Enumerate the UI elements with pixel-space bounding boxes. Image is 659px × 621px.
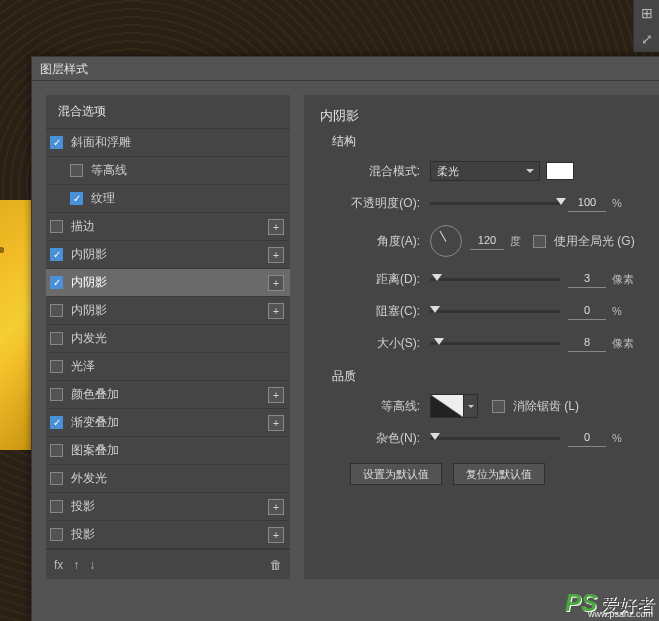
- trash-icon[interactable]: 🗑: [270, 558, 282, 572]
- set-default-button[interactable]: 设置为默认值: [350, 463, 442, 485]
- effect-label: 光泽: [71, 358, 95, 375]
- noise-slider[interactable]: [430, 437, 560, 440]
- effect-checkbox-texture[interactable]: [70, 192, 83, 205]
- effect-checkbox-inner-shadow-2[interactable]: [50, 276, 63, 289]
- noise-input[interactable]: 0: [568, 429, 606, 447]
- effect-item-inner-glow[interactable]: 内发光: [46, 325, 290, 353]
- noise-label: 杂色(N):: [340, 430, 430, 447]
- effect-label: 渐变叠加: [71, 414, 119, 431]
- effect-item-satin[interactable]: 光泽: [46, 353, 290, 381]
- add-effect-icon[interactable]: +: [268, 219, 284, 235]
- effect-item-inner-shadow-2[interactable]: 内阴影+: [46, 269, 290, 297]
- effect-label: 内发光: [71, 330, 107, 347]
- effect-item-pattern-overlay[interactable]: 图案叠加: [46, 437, 290, 465]
- effect-checkbox-pattern-overlay[interactable]: [50, 444, 63, 457]
- effects-footer: fx ↑ ↓ 🗑: [46, 549, 290, 579]
- effect-item-inner-shadow-3[interactable]: 内阴影+: [46, 297, 290, 325]
- effect-item-outer-glow[interactable]: 外发光: [46, 465, 290, 493]
- inner-shadow-panel: 内阴影 结构 混合模式: 柔光 不透明度(O): 100 % 角度(A): 1: [304, 95, 659, 579]
- toolbar-icon-2[interactable]: ⤢: [641, 31, 653, 47]
- antialias-checkbox[interactable]: [492, 400, 505, 413]
- blend-mode-dropdown[interactable]: 柔光: [430, 161, 540, 181]
- contour-picker[interactable]: [430, 394, 464, 418]
- effect-item-drop-shadow-1[interactable]: 投影+: [46, 493, 290, 521]
- reset-default-button[interactable]: 复位为默认值: [453, 463, 545, 485]
- size-label: 大小(S):: [340, 335, 430, 352]
- add-effect-icon[interactable]: +: [268, 527, 284, 543]
- effect-item-bevel[interactable]: 斜面和浮雕: [46, 129, 290, 157]
- angle-dial[interactable]: [430, 225, 462, 257]
- dialog-titlebar[interactable]: 图层样式: [32, 57, 659, 81]
- effect-label: 投影: [71, 526, 95, 543]
- fx-menu-button[interactable]: fx: [54, 558, 63, 572]
- effect-checkbox-drop-shadow-2[interactable]: [50, 528, 63, 541]
- antialias-label: 消除锯齿 (L): [513, 398, 579, 415]
- effect-label: 内阴影: [71, 246, 107, 263]
- effect-checkbox-drop-shadow-1[interactable]: [50, 500, 63, 513]
- effects-list: 斜面和浮雕等高线纹理描边+内阴影+内阴影+内阴影+内发光光泽颜色叠加+渐变叠加+…: [46, 129, 290, 549]
- angle-label: 角度(A):: [340, 233, 430, 250]
- effect-label: 图案叠加: [71, 442, 119, 459]
- blending-options-header[interactable]: 混合选项: [46, 95, 290, 129]
- effect-label: 描边: [71, 218, 95, 235]
- effect-item-color-overlay[interactable]: 颜色叠加+: [46, 381, 290, 409]
- structure-group-label: 结构: [332, 133, 644, 150]
- effect-label: 等高线: [91, 162, 127, 179]
- effect-item-contour[interactable]: 等高线: [46, 157, 290, 185]
- effect-label: 内阴影: [71, 274, 107, 291]
- effect-checkbox-contour[interactable]: [70, 164, 83, 177]
- add-effect-icon[interactable]: +: [268, 303, 284, 319]
- watermark: PS 爱好者 www.psahz.com: [565, 589, 655, 617]
- angle-input[interactable]: 120: [470, 232, 504, 250]
- global-light-checkbox[interactable]: [533, 235, 546, 248]
- distance-label: 距离(D):: [340, 271, 430, 288]
- effect-checkbox-inner-shadow-1[interactable]: [50, 248, 63, 261]
- effect-item-stroke[interactable]: 描边+: [46, 213, 290, 241]
- quality-group-label: 品质: [332, 368, 644, 385]
- effect-checkbox-gradient-overlay[interactable]: [50, 416, 63, 429]
- choke-label: 阻塞(C):: [340, 303, 430, 320]
- size-slider[interactable]: [430, 342, 560, 345]
- move-down-icon[interactable]: ↓: [89, 558, 95, 572]
- effect-label: 纹理: [91, 190, 115, 207]
- add-effect-icon[interactable]: +: [268, 499, 284, 515]
- size-input[interactable]: 8: [568, 334, 606, 352]
- effect-checkbox-color-overlay[interactable]: [50, 388, 63, 401]
- effect-label: 斜面和浮雕: [71, 134, 131, 151]
- contour-dropdown-arrow[interactable]: [464, 394, 478, 418]
- choke-input[interactable]: 0: [568, 302, 606, 320]
- app-toolbar: ⊞ ⤢: [633, 0, 659, 52]
- effect-label: 投影: [71, 498, 95, 515]
- move-up-icon[interactable]: ↑: [73, 558, 79, 572]
- effect-checkbox-bevel[interactable]: [50, 136, 63, 149]
- effect-checkbox-satin[interactable]: [50, 360, 63, 373]
- global-light-label: 使用全局光 (G): [554, 233, 635, 250]
- effect-checkbox-inner-glow[interactable]: [50, 332, 63, 345]
- effect-checkbox-inner-shadow-3[interactable]: [50, 304, 63, 317]
- blend-mode-label: 混合模式:: [340, 163, 430, 180]
- effect-label: 内阴影: [71, 302, 107, 319]
- add-effect-icon[interactable]: +: [268, 275, 284, 291]
- add-effect-icon[interactable]: +: [268, 387, 284, 403]
- effect-label: 外发光: [71, 470, 107, 487]
- opacity-input[interactable]: 100: [568, 194, 606, 212]
- opacity-label: 不透明度(O):: [340, 195, 430, 212]
- add-effect-icon[interactable]: +: [268, 247, 284, 263]
- add-effect-icon[interactable]: +: [268, 415, 284, 431]
- effect-item-drop-shadow-2[interactable]: 投影+: [46, 521, 290, 549]
- effect-checkbox-stroke[interactable]: [50, 220, 63, 233]
- effect-checkbox-outer-glow[interactable]: [50, 472, 63, 485]
- toolbar-icon-1[interactable]: ⊞: [641, 5, 653, 21]
- panel-title: 内阴影: [320, 107, 644, 125]
- shadow-color-swatch[interactable]: [546, 162, 574, 180]
- distance-slider[interactable]: [430, 278, 560, 281]
- distance-input[interactable]: 3: [568, 270, 606, 288]
- opacity-slider[interactable]: [430, 202, 560, 205]
- effect-item-texture[interactable]: 纹理: [46, 185, 290, 213]
- choke-slider[interactable]: [430, 310, 560, 313]
- dialog-title: 图层样式: [40, 62, 88, 76]
- contour-label: 等高线:: [340, 398, 430, 415]
- effect-item-gradient-overlay[interactable]: 渐变叠加+: [46, 409, 290, 437]
- layer-style-dialog: 图层样式 混合选项 斜面和浮雕等高线纹理描边+内阴影+内阴影+内阴影+内发光光泽…: [31, 56, 659, 621]
- effect-item-inner-shadow-1[interactable]: 内阴影+: [46, 241, 290, 269]
